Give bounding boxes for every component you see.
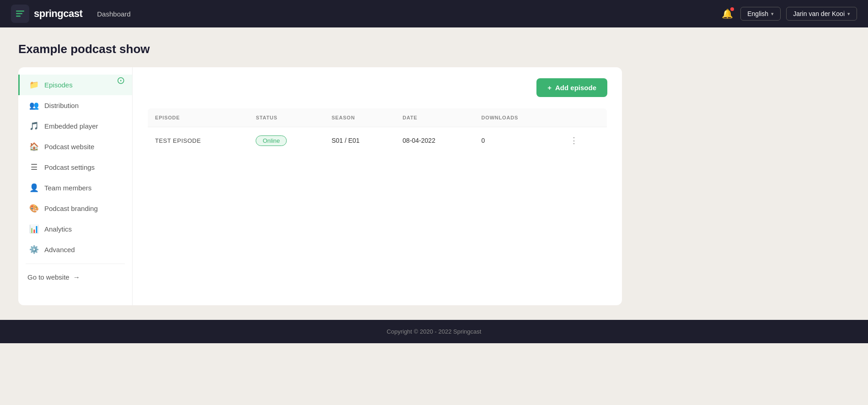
col-status: STATUS xyxy=(248,108,324,127)
sidebar-back-button[interactable]: ⊙ xyxy=(117,75,125,86)
podcast-settings-icon: ☰ xyxy=(29,162,39,172)
sidebar-item-label-team-members: Team members xyxy=(44,184,91,192)
sidebar-item-distribution[interactable]: 👥 Distribution xyxy=(18,95,132,116)
cell-status: Online xyxy=(248,127,324,154)
sidebar-item-podcast-branding[interactable]: 🎨 Podcast branding xyxy=(18,198,132,219)
language-chevron-icon: ▾ xyxy=(771,11,774,17)
sidebar-item-episodes[interactable]: 📁 Episodes xyxy=(18,75,132,95)
team-members-icon: 👤 xyxy=(29,183,39,193)
table-header-row: EPISODE STATUS SEASON DATE DOWNLOADS xyxy=(148,108,607,127)
cell-season: S01 / E01 xyxy=(324,127,395,154)
svg-rect-0 xyxy=(16,11,24,12)
add-episode-button[interactable]: + Add episode xyxy=(536,78,607,97)
sidebar-item-label-distribution: Distribution xyxy=(44,102,79,109)
col-episode: EPISODE xyxy=(148,108,249,127)
sidebar-item-label-podcast-settings: Podcast settings xyxy=(44,163,95,171)
distribution-icon: 👥 xyxy=(29,101,39,110)
sidebar-item-label-embedded-player: Embedded player xyxy=(44,122,98,130)
cell-downloads: 0 xyxy=(474,127,560,154)
sidebar-divider xyxy=(26,264,125,264)
page-title: Example podcast show xyxy=(18,42,622,56)
sidebar-item-analytics[interactable]: 📊 Analytics xyxy=(18,219,132,239)
col-actions xyxy=(560,108,607,127)
footer: Copyright © 2020 - 2022 Springcast xyxy=(0,320,868,343)
podcast-branding-icon: 🎨 xyxy=(29,204,39,213)
sidebar-item-label-podcast-branding: Podcast branding xyxy=(44,205,98,212)
sidebar-goto-website[interactable]: Go to website → xyxy=(18,268,132,286)
sidebar-item-podcast-settings[interactable]: ☰ Podcast settings xyxy=(18,157,132,178)
status-badge: Online xyxy=(256,135,287,146)
page-content: Example podcast show ⊙ 📁 Episodes 👥 Dist… xyxy=(0,27,640,320)
sidebar-item-team-members[interactable]: 👤 Team members xyxy=(18,178,132,198)
main-area: + Add episode EPISODE STATUS SEASON DATE… xyxy=(133,67,622,305)
notification-bell[interactable]: 🔔 xyxy=(720,6,735,21)
col-season: SEASON xyxy=(324,108,395,127)
sidebar-item-label-advanced: Advanced xyxy=(44,246,75,254)
episodes-icon: 📁 xyxy=(29,80,39,90)
dashboard-link[interactable]: Dashboard xyxy=(97,10,130,18)
svg-rect-1 xyxy=(16,13,22,15)
podcast-website-icon: 🏠 xyxy=(29,142,39,151)
main-card: ⊙ 📁 Episodes 👥 Distribution 🎵 Embedded p… xyxy=(18,67,622,305)
logo-icon xyxy=(11,5,29,23)
sidebar: ⊙ 📁 Episodes 👥 Distribution 🎵 Embedded p… xyxy=(18,67,133,305)
sidebar-item-label-analytics: Analytics xyxy=(44,225,72,233)
row-actions-button[interactable]: ⋮ xyxy=(567,135,581,146)
advanced-icon: ⚙️ xyxy=(29,245,39,254)
user-menu[interactable]: Jarin van der Kooi ▾ xyxy=(786,7,857,21)
analytics-icon: 📊 xyxy=(29,224,39,234)
goto-website-label: Go to website xyxy=(27,273,70,281)
user-chevron-icon: ▾ xyxy=(847,11,850,17)
logo-text: springcast xyxy=(34,8,82,20)
sidebar-item-label-episodes: Episodes xyxy=(44,81,73,89)
add-icon: + xyxy=(547,84,552,92)
top-navigation: springcast Dashboard 🔔 English ▾ Jarin v… xyxy=(0,0,868,27)
sidebar-item-advanced[interactable]: ⚙️ Advanced xyxy=(18,239,132,260)
sidebar-item-embedded-player[interactable]: 🎵 Embedded player xyxy=(18,116,132,136)
back-circle-icon: ⊙ xyxy=(117,75,125,86)
footer-copyright: Copyright © 2020 - 2022 Springcast xyxy=(387,328,482,335)
col-date: DATE xyxy=(395,108,474,127)
add-episode-label: Add episode xyxy=(555,84,596,92)
cell-episode: TEST EPISODE xyxy=(148,127,249,154)
sidebar-item-podcast-website[interactable]: 🏠 Podcast website xyxy=(18,136,132,157)
notification-dot xyxy=(730,7,734,11)
embedded-player-icon: 🎵 xyxy=(29,121,39,131)
col-downloads: DOWNLOADS xyxy=(474,108,560,127)
svg-rect-2 xyxy=(16,16,21,17)
goto-arrow-icon: → xyxy=(73,273,80,281)
cell-date: 08-04-2022 xyxy=(395,127,474,154)
table-row: TEST EPISODE Online S01 / E01 08-04-2022… xyxy=(148,127,607,154)
episodes-table: EPISODE STATUS SEASON DATE DOWNLOADS TES… xyxy=(147,108,607,154)
logo-link[interactable]: springcast xyxy=(11,5,82,23)
episode-name: TEST EPISODE xyxy=(155,137,201,144)
language-selector[interactable]: English ▾ xyxy=(740,7,781,21)
cell-actions: ⋮ xyxy=(560,127,607,154)
sidebar-item-label-podcast-website: Podcast website xyxy=(44,143,94,151)
language-label: English xyxy=(747,10,768,17)
main-toolbar: + Add episode xyxy=(147,78,607,97)
nav-right: 🔔 English ▾ Jarin van der Kooi ▾ xyxy=(720,6,857,21)
user-label: Jarin van der Kooi xyxy=(793,10,845,17)
